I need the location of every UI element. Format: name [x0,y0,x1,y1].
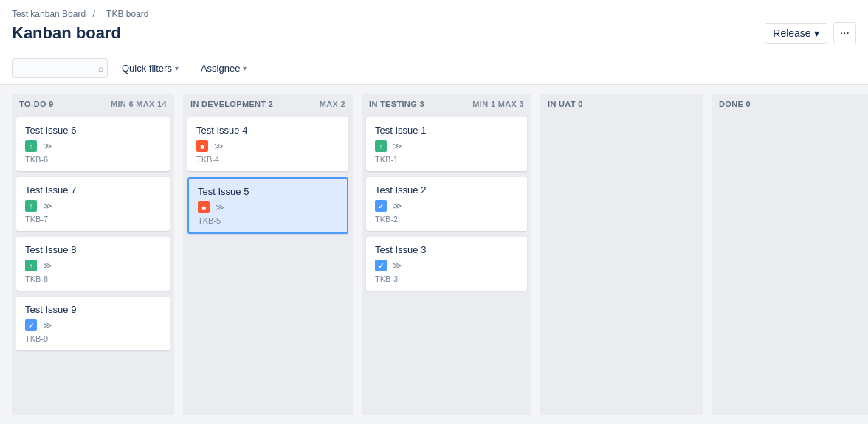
card-title-tkb-2: Test Issue 2 [375,184,518,195]
column-body-done [712,114,868,415]
card-tkb-5[interactable]: Test Issue 5■≫TKB-5 [187,177,348,234]
column-header-in-development: IN DEVELOPMENT 2Max 2 [183,94,353,114]
column-done: DONE 0 [712,94,868,415]
release-label: Release [773,27,810,39]
card-icons-tkb-4: ■≫ [196,140,340,152]
card-icons-tkb-3: ✓≫ [375,260,518,271]
card-title-tkb-8: Test Issue 8 [25,244,161,255]
more-options-icon: ··· [840,27,850,40]
priority-icon-tkb-3: ≫ [391,260,403,271]
quick-filters-label: Quick filters [122,63,172,74]
story-icon: ↑ [25,260,37,271]
quick-filters-button[interactable]: Quick filters ▾ [114,58,187,78]
column-in-uat: IN UAT 0 [540,94,703,415]
search-input[interactable] [12,58,108,78]
card-key-tkb-9: TKB-9 [25,334,161,343]
priority-icon-tkb-5: ≫ [214,201,226,213]
priority-icon-tkb-8: ≫ [41,260,53,271]
release-dropdown-icon: ▾ [814,27,819,39]
column-body-in-development: Test Issue 4■≫TKB-4Test Issue 5■≫TKB-5 [183,114,353,415]
card-key-tkb-6: TKB-6 [25,155,161,164]
card-icons-tkb-1: ↑≫ [375,140,518,152]
card-title-tkb-7: Test Issue 7 [25,184,161,195]
story-icon: ↑ [25,200,37,212]
column-header-in-uat: IN UAT 0 [540,94,703,114]
breadcrumb: Test kanban Board / TKB board [12,9,856,19]
column-body-todo: Test Issue 6↑≫TKB-6Test Issue 7↑≫TKB-7Te… [12,114,174,415]
column-todo: TO-DO 9Min 6 Max 14Test Issue 6↑≫TKB-6Te… [12,94,174,415]
page-wrapper: Test kanban Board / TKB board Kanban boa… [0,0,868,424]
page-title-row: Kanban board Release ▾ ··· [12,22,856,52]
task-icon: ✓ [25,319,37,331]
card-title-tkb-6: Test Issue 6 [25,125,161,136]
card-icons-tkb-8: ↑≫ [25,260,161,271]
column-body-in-uat [540,114,703,415]
page-title: Kanban board [12,24,121,43]
search-box: ⌕ [12,58,108,78]
card-key-tkb-8: TKB-8 [25,274,161,283]
column-in-development: IN DEVELOPMENT 2Max 2Test Issue 4■≫TKB-4… [183,94,353,415]
column-title-in-testing: IN TESTING 3 [369,100,424,108]
story-icon: ↑ [25,140,37,152]
kanban-board: TO-DO 9Min 6 Max 14Test Issue 6↑≫TKB-6Te… [0,85,868,424]
column-in-testing: IN TESTING 3Min 1 Max 3Test Issue 1↑≫TKB… [362,94,531,415]
priority-icon-tkb-4: ≫ [213,140,224,152]
card-tkb-6[interactable]: Test Issue 6↑≫TKB-6 [16,117,170,171]
quick-filters-chevron-icon: ▾ [175,64,179,72]
column-header-in-testing: IN TESTING 3Min 1 Max 3 [362,94,531,114]
bug-icon: ■ [198,201,210,213]
column-header-todo: TO-DO 9Min 6 Max 14 [12,94,174,114]
card-tkb-9[interactable]: Test Issue 9✓≫TKB-9 [16,297,170,350]
toolbar: ⌕ Quick filters ▾ Assignee ▾ [0,52,868,85]
card-key-tkb-3: TKB-3 [375,274,518,283]
task-icon: ✓ [375,200,387,212]
story-icon: ↑ [375,140,387,152]
card-tkb-1[interactable]: Test Issue 1↑≫TKB-1 [366,117,527,171]
card-tkb-7[interactable]: Test Issue 7↑≫TKB-7 [16,177,170,231]
card-title-tkb-1: Test Issue 1 [375,125,518,136]
column-body-in-testing: Test Issue 1↑≫TKB-1Test Issue 2✓≫TKB-2Te… [362,114,531,415]
card-icons-tkb-7: ↑≫ [25,200,161,212]
priority-icon-tkb-9: ≫ [41,319,53,331]
assignee-label: Assignee [201,63,240,74]
column-title-in-uat: IN UAT 0 [548,100,583,108]
card-tkb-4[interactable]: Test Issue 4■≫TKB-4 [187,117,348,171]
release-button[interactable]: Release ▾ [765,23,827,44]
column-title-todo: TO-DO 9 [19,100,54,108]
task-icon: ✓ [375,260,387,271]
column-title-in-development: IN DEVELOPMENT 2 [190,100,273,108]
card-icons-tkb-6: ↑≫ [25,140,161,152]
column-limits-todo: Min 6 Max 14 [111,100,167,108]
priority-icon-tkb-2: ≫ [391,200,403,212]
card-key-tkb-4: TKB-4 [196,155,340,164]
bug-icon: ■ [196,140,208,152]
breadcrumb-parent-link[interactable]: Test kanban Board [12,9,86,19]
card-icons-tkb-9: ✓≫ [25,319,161,331]
header-actions: Release ▾ ··· [765,22,856,44]
column-limits-in-testing: Min 1 Max 3 [472,100,524,108]
card-tkb-3[interactable]: Test Issue 3✓≫TKB-3 [366,237,527,291]
card-key-tkb-5: TKB-5 [198,216,338,225]
card-title-tkb-5: Test Issue 5 [198,186,338,197]
column-title-done: DONE 0 [719,100,751,108]
priority-icon-tkb-1: ≫ [391,140,403,152]
assignee-chevron-icon: ▾ [243,64,247,72]
priority-icon-tkb-7: ≫ [41,200,53,212]
card-title-tkb-9: Test Issue 9 [25,304,161,315]
priority-icon-tkb-6: ≫ [41,140,53,152]
card-title-tkb-4: Test Issue 4 [196,125,340,136]
card-title-tkb-3: Test Issue 3 [375,244,518,255]
column-header-done: DONE 0 [712,94,868,114]
column-limits-in-development: Max 2 [320,100,345,108]
card-icons-tkb-5: ■≫ [198,201,338,213]
card-tkb-8[interactable]: Test Issue 8↑≫TKB-8 [16,237,170,291]
page-header: Test kanban Board / TKB board Kanban boa… [0,0,868,52]
breadcrumb-current: TKB board [106,9,148,19]
card-key-tkb-7: TKB-7 [25,215,161,224]
more-options-button[interactable]: ··· [833,22,856,44]
assignee-filter-button[interactable]: Assignee ▾ [193,58,255,78]
card-tkb-2[interactable]: Test Issue 2✓≫TKB-2 [366,177,527,231]
card-key-tkb-1: TKB-1 [375,155,518,164]
card-icons-tkb-2: ✓≫ [375,200,518,212]
card-key-tkb-2: TKB-2 [375,215,518,224]
